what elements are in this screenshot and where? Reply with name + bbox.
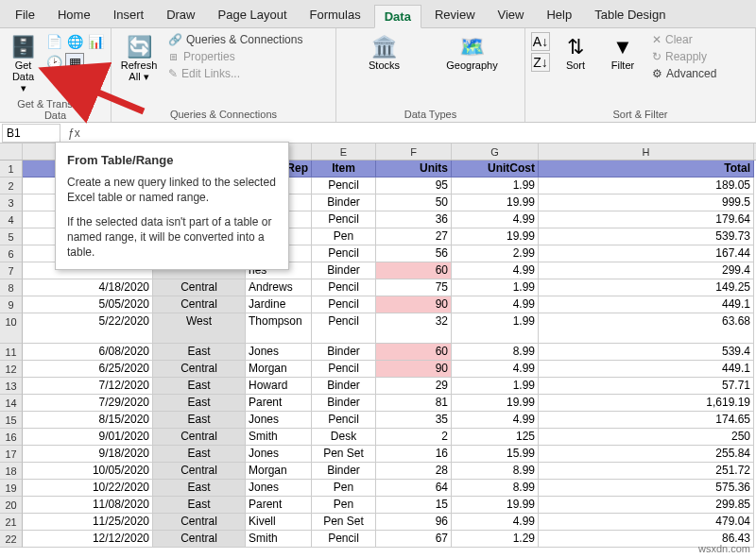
properties-button[interactable]: 🗉Properties [164,49,306,64]
row-header[interactable]: 9 [0,296,23,313]
cell-total[interactable]: 174.65 [539,412,754,429]
select-all-corner[interactable] [0,144,23,160]
cell-item[interactable]: Binder [312,463,376,480]
cell-region[interactable]: Central [153,429,246,446]
cell-units[interactable]: 67 [376,531,452,548]
reapply-button[interactable]: ↻Reapply [648,49,720,64]
cell-date[interactable]: 4/18/2020 [23,279,153,296]
cell-region[interactable]: East [153,446,246,463]
row-header[interactable]: 11 [0,344,23,361]
cell-units[interactable]: 56 [376,245,452,262]
get-data-button[interactable]: 🗄️ Get Data ▾ [6,32,41,96]
queries-connections-button[interactable]: 🔗Queries & Connections [164,32,306,47]
cell-item[interactable]: Pen Set [312,446,376,463]
tab-formulas[interactable]: Formulas [301,4,370,27]
cell-date[interactable]: 5/05/2020 [23,296,153,313]
row-header[interactable]: 17 [0,446,23,463]
cell-units[interactable]: 16 [376,446,452,463]
fx-icon[interactable]: ƒx [62,127,86,140]
cell-item[interactable]: Pencil [312,211,376,228]
cell-region[interactable]: West [153,313,246,344]
cell-date[interactable]: 11/25/2020 [23,514,153,531]
row-header[interactable]: 19 [0,480,23,497]
cell-total[interactable]: 57.71 [539,378,754,395]
cell-region[interactable]: Central [153,514,246,531]
cell-units[interactable]: 27 [376,228,452,245]
row-header[interactable]: 18 [0,463,23,480]
cell-unitcost[interactable]: 19.99 [452,228,539,245]
cell-unitcost[interactable]: 4.99 [452,361,539,378]
cell-region[interactable]: Central [153,463,246,480]
cell-item[interactable]: Pen Set [312,514,376,531]
cell-unitcost[interactable]: 4.99 [452,514,539,531]
row-header[interactable]: 21 [0,514,23,531]
cell-unitcost[interactable]: 2.99 [452,245,539,262]
cell-item[interactable]: Pen [312,228,376,245]
col-g[interactable]: G [452,144,539,160]
cell-units[interactable]: 95 [376,178,452,194]
filter-button[interactable]: ▼ Filter [601,32,644,74]
cell-units[interactable]: 29 [376,378,452,395]
cell-units[interactable]: 60 [376,262,452,279]
edit-links-button[interactable]: ✎Edit Links... [164,66,306,81]
cell-units[interactable]: 64 [376,480,452,497]
from-text-icon[interactable]: 📄 [44,32,63,51]
row-header[interactable]: 6 [0,245,23,262]
cell-unitcost[interactable]: 4.99 [452,211,539,228]
cell-total[interactable]: 167.44 [539,245,754,262]
cell-item[interactable]: Pencil [312,531,376,548]
cell-unitcost[interactable]: 1.99 [452,313,539,344]
cell-unitcost[interactable]: 4.99 [452,412,539,429]
row-header[interactable]: 14 [0,395,23,412]
cell-total[interactable]: 1,619.19 [539,395,754,412]
col-e[interactable]: E [312,144,376,160]
row-header[interactable]: 20 [0,497,23,514]
cell-units[interactable]: 15 [376,497,452,514]
cell-total[interactable]: 999.5 [539,194,754,211]
cell-rep[interactable]: Smith [246,429,312,446]
cell-item[interactable]: Binder [312,344,376,361]
cell-units[interactable]: 75 [376,279,452,296]
cell-total[interactable]: 449.1 [539,361,754,378]
advanced-filter-button[interactable]: ⚙Advanced [648,66,720,81]
recent-sources-icon[interactable]: 🕑 [44,53,63,72]
cell-total[interactable]: 63.68 [539,313,754,344]
cell-unitcost[interactable]: 1.29 [452,531,539,548]
clear-filter-button[interactable]: ✕Clear [648,32,720,47]
row-header[interactable]: 16 [0,429,23,446]
cell-item[interactable]: Pencil [312,245,376,262]
from-web-icon[interactable]: 🌐 [65,32,84,51]
cell-unitcost[interactable]: 8.99 [452,463,539,480]
cell-rep[interactable]: Jones [246,344,312,361]
cell-region[interactable]: Central [153,279,246,296]
tab-home[interactable]: Home [48,4,100,27]
cell-item[interactable]: Pencil [312,313,376,344]
cell-item[interactable]: Pen [312,480,376,497]
sort-desc-icon[interactable]: Z↓ [531,53,550,72]
cell-region[interactable]: East [153,378,246,395]
cell-date[interactable]: 10/05/2020 [23,463,153,480]
cell-units[interactable]: 60 [376,344,452,361]
cell-rep[interactable]: Andrews [246,279,312,296]
cell-rep[interactable]: Morgan [246,361,312,378]
cell-rep[interactable]: Thompson [246,313,312,344]
cell-units[interactable]: 50 [376,194,452,211]
refresh-all-button[interactable]: 🔄 Refresh All ▾ [117,32,161,85]
cell-units[interactable]: 81 [376,395,452,412]
cell-rep[interactable]: Morgan [246,463,312,480]
cell-item[interactable]: Binder [312,194,376,211]
row-header[interactable]: 7 [0,262,23,279]
cell-unitcost[interactable]: 1.99 [452,279,539,296]
row-header[interactable]: 3 [0,194,23,211]
cell-item[interactable]: Binder [312,395,376,412]
cell-date[interactable]: 6/08/2020 [23,344,153,361]
cell-unitcost[interactable]: 19.99 [452,194,539,211]
cell-unitcost[interactable]: 4.99 [452,262,539,279]
cell-total[interactable]: 251.72 [539,463,754,480]
from-table-icon[interactable]: 📊 [86,32,105,51]
cell-date[interactable]: 10/22/2020 [23,480,153,497]
cell-total[interactable]: 255.84 [539,446,754,463]
cell-total[interactable]: 189.05 [539,178,754,194]
cell-date[interactable]: 9/01/2020 [23,429,153,446]
sort-asc-icon[interactable]: A↓ [531,32,550,51]
